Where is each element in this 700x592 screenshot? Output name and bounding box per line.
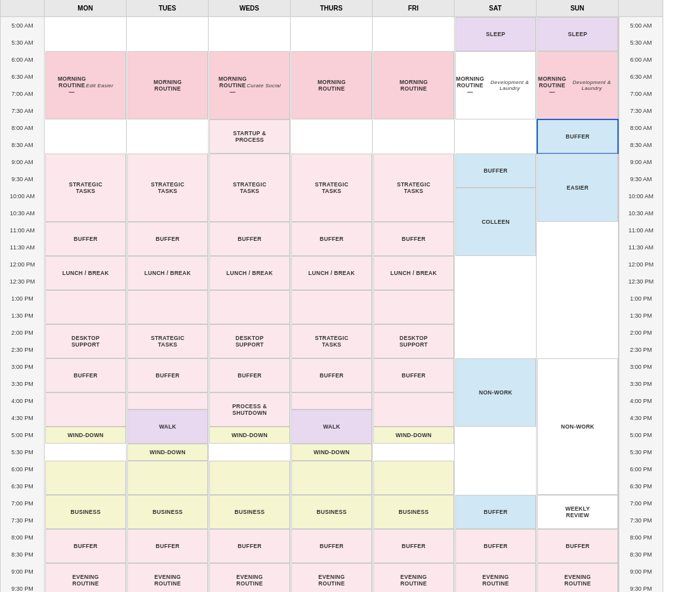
block-day3-530PM: WIND-DOWN [291,444,372,461]
block-day5-600AM: MORNING ROUTINE — Development & Laundry [455,51,536,119]
time-left-500AM: 5:00 AM [0,17,45,34]
block-day4-600PM [373,461,454,495]
time-left-400PM: 4:00 PM [0,392,45,410]
block-day0-500PM: WIND-DOWN [45,427,126,444]
block-day0-600AM: MORNING ROUTINE — Edit Easier [45,51,126,119]
block-day5-700PM: BUFFER [455,495,536,529]
time-left-630PM: 6:30 PM [0,478,45,495]
time-right-700AM: 7:00 AM [619,85,663,102]
block-day4-1200PM: LUNCH / BREAK [373,256,454,290]
time-left-630AM: 6:30 AM [0,68,45,85]
time-right-1130AM: 11:30 AM [619,239,663,256]
block-day3-900PM: EVENING ROUTINE [291,563,372,592]
block-day4-100PM [373,290,454,324]
time-left-530AM: 5:30 AM [0,34,45,51]
header-weds: WEDS [209,0,291,16]
block-day1-900AM: STRATEGIC TASKS [127,154,208,222]
time-right-800PM: 8:00 PM [619,529,663,546]
time-right-300PM: 3:00 PM [619,358,663,375]
time-left-700AM: 7:00 AM [0,85,45,102]
time-right-430PM: 4:30 PM [619,410,663,427]
time-left-430PM: 4:30 PM [0,410,45,427]
time-left-300PM: 3:00 PM [0,358,45,375]
block-day5-900PM: EVENING ROUTINE [455,563,536,592]
time-right-1100AM: 11:00 AM [619,222,663,239]
time-right-100PM: 1:00 PM [619,290,663,307]
block-day1-530PM: WIND-DOWN [127,444,208,461]
time-left-730AM: 7:30 AM [0,102,45,119]
block-day2-800PM: BUFFER [209,529,290,563]
time-right-900PM: 9:00 PM [619,563,663,580]
time-right-130PM: 1:30 PM [619,307,663,324]
block-day4-700PM: BUSINESS [373,495,454,529]
time-right-530PM: 5:30 PM [619,444,663,461]
block-day1-430PM: WALK [127,410,208,444]
time-left-1100AM: 11:00 AM [0,222,45,239]
time-right-630AM: 6:30 AM [619,68,663,85]
time-left-830AM: 8:30 AM [0,137,45,154]
time-right-530AM: 5:30 AM [619,34,663,51]
time-right-600PM: 6:00 PM [619,461,663,478]
time-right-1230PM: 12:30 PM [619,273,663,290]
block-day1-900PM: EVENING ROUTINE [127,563,208,592]
block-day0-1200PM: LUNCH / BREAK [45,256,126,290]
block-day2-800AM: STARTUP & PROCESS [209,119,290,154]
time-right-730PM: 7:30 PM [619,512,663,529]
time-right-600AM: 6:00 AM [619,51,663,68]
time-left-1230PM: 12:30 PM [0,273,45,290]
block-day2-1100AM: BUFFER [209,222,290,256]
block-day3-900AM: STRATEGIC TASKS [291,154,372,222]
block-day3-200PM: STRATEGIC TASKS [291,324,372,358]
block-day5-500AM: SLEEP [455,17,536,51]
time-right-730AM: 7:30 AM [619,102,663,119]
time-right-500PM: 5:00 PM [619,427,663,444]
block-day6-800PM: BUFFER [537,529,618,563]
time-left-1030AM: 10:30 AM [0,205,45,222]
block-day6-300PM: NON-WORK [537,358,618,495]
block-day6-900AM: EASIER [537,154,618,222]
block-day0-100PM [45,290,126,324]
time-right-500AM: 5:00 AM [619,17,663,34]
block-day3-600PM [291,461,372,495]
time-left-600PM: 6:00 PM [0,461,45,478]
block-day4-800PM: BUFFER [373,529,454,563]
block-day2-300PM: BUFFER [209,358,290,392]
time-left-130PM: 1:30 PM [0,307,45,324]
block-day0-200PM: DESKTOP SUPPORT [45,324,126,358]
block-day0-1100AM: BUFFER [45,222,126,256]
time-left-500PM: 5:00 PM [0,427,45,444]
time-left-1130AM: 11:30 AM [0,239,45,256]
block-day4-400PM [373,392,454,427]
block-day6-800AM: BUFFER [537,119,618,154]
time-right-830PM: 8:30 PM [619,546,663,563]
block-day4-300PM: BUFFER [373,358,454,392]
block-day5-800PM: BUFFER [455,529,536,563]
time-left-830PM: 8:30 PM [0,546,45,563]
block-day1-1200PM: LUNCH / BREAK [127,256,208,290]
block-day4-900PM: EVENING ROUTINE [373,563,454,592]
block-day1-800PM: BUFFER [127,529,208,563]
block-day4-200PM: DESKTOP SUPPORT [373,324,454,358]
block-day3-300PM: BUFFER [291,358,372,392]
block-day1-300PM: BUFFER [127,358,208,392]
time-right-330PM: 3:30 PM [619,375,663,392]
block-day3-800PM: BUFFER [291,529,372,563]
block-day6-600AM: MORNING ROUTINE — Development & Laundry [537,51,618,119]
block-day0-600PM [45,461,126,495]
time-right-630PM: 6:30 PM [619,478,663,495]
time-left-930AM: 9:30 AM [0,171,45,188]
time-right-700PM: 7:00 PM [619,495,663,512]
time-right-400PM: 4:00 PM [619,392,663,410]
block-day2-600PM [209,461,290,495]
time-right-1000AM: 10:00 AM [619,188,663,205]
block-day2-700PM: BUSINESS [209,495,290,529]
time-left-230PM: 2:30 PM [0,341,45,358]
time-left-1200PM: 12:00 PM [0,256,45,273]
time-left-1000AM: 10:00 AM [0,188,45,205]
block-day2-900AM: STRATEGIC TASKS [209,154,290,222]
block-day4-900AM: STRATEGIC TASKS [373,154,454,222]
block-day2-100PM [209,290,290,324]
time-right-900AM: 9:00 AM [619,154,663,171]
time-right-200PM: 2:00 PM [619,324,663,341]
time-right-230PM: 2:30 PM [619,341,663,358]
